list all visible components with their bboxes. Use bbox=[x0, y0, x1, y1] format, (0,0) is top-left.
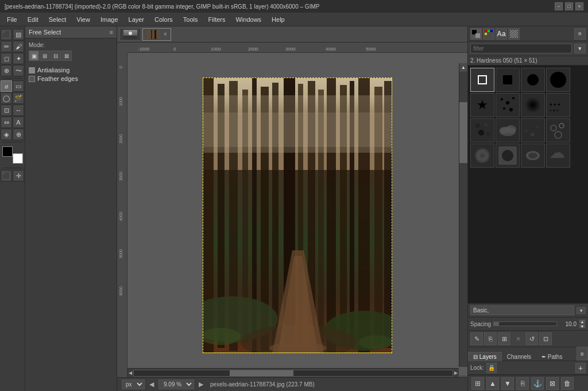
color-selector[interactable] bbox=[2, 146, 23, 164]
free-select-tool[interactable]: ⌀ bbox=[1, 80, 12, 92]
spacing-down[interactable]: ▼ bbox=[579, 324, 586, 328]
panel-menu-btn[interactable]: ≡ bbox=[574, 28, 586, 40]
menu-file[interactable]: File bbox=[2, 15, 22, 24]
layer-lower-btn[interactable]: ▼ bbox=[501, 377, 514, 390]
panel-color-icon[interactable] bbox=[470, 28, 482, 40]
brush-item-square-outline[interactable] bbox=[470, 68, 494, 92]
brush-item-texture5[interactable]: ☁ bbox=[546, 144, 570, 168]
brush-item-texture1[interactable]: ✦✦✦ ✧✦✧ bbox=[546, 93, 570, 117]
flip-tool[interactable]: ⇔ bbox=[1, 117, 12, 128]
menu-select[interactable]: Select bbox=[44, 15, 71, 24]
tool-options-menu-icon[interactable]: ≡ bbox=[110, 29, 113, 36]
brush-copy-btn[interactable]: ⊞ bbox=[498, 332, 510, 345]
brush-duplicate-btn[interactable]: ⎘ bbox=[484, 332, 497, 345]
scroll-up-arrow[interactable]: ▲ bbox=[459, 63, 467, 72]
fuzzy-select-tool[interactable]: 🪄 bbox=[13, 92, 24, 104]
background-color[interactable] bbox=[13, 153, 23, 164]
hscroll-left-arrow[interactable]: ◀ bbox=[129, 370, 132, 375]
brush-item-soft-round[interactable] bbox=[470, 144, 494, 168]
status-nav-left[interactable]: ◀ bbox=[149, 381, 154, 388]
unit-select[interactable]: px in cm bbox=[122, 380, 145, 389]
close-button[interactable]: × bbox=[575, 2, 583, 10]
feather-checkbox[interactable] bbox=[29, 76, 35, 82]
brush-grid[interactable]: ★ bbox=[468, 65, 588, 303]
menu-filters[interactable]: Filters bbox=[204, 15, 230, 24]
brush-delete-btn[interactable]: ✕ bbox=[512, 332, 524, 345]
layer-merge-btn[interactable]: ⊠ bbox=[546, 377, 559, 390]
layer-duplicate-btn[interactable]: ⎘ bbox=[516, 377, 529, 390]
brush-edit-btn[interactable]: ✎ bbox=[470, 332, 483, 345]
brush-item-texture3[interactable] bbox=[496, 144, 520, 168]
layers-panel-menu[interactable]: ≡ bbox=[577, 347, 588, 361]
menu-windows[interactable]: Windows bbox=[231, 15, 266, 24]
layer-new-btn[interactable]: ⊞ bbox=[471, 377, 484, 390]
brush-item-star[interactable]: ★ bbox=[470, 93, 494, 117]
minimize-button[interactable]: − bbox=[555, 2, 563, 10]
tab-close-2[interactable]: × bbox=[164, 31, 167, 37]
canvas-viewport[interactable]: ▲ ▼ bbox=[127, 53, 467, 377]
layer-delete-btn[interactable]: 🗑 bbox=[561, 377, 574, 390]
clone-tool[interactable]: ⊕ bbox=[1, 65, 12, 76]
eraser-tool[interactable]: ◻ bbox=[1, 53, 12, 64]
lock-pixels-btn[interactable]: 🔒 bbox=[486, 363, 497, 373]
maximize-button[interactable]: □ bbox=[565, 2, 573, 10]
menu-layer[interactable]: Layer bbox=[124, 15, 149, 24]
scroll-down-arrow[interactable]: ▼ bbox=[459, 375, 467, 377]
brush-preset-dropdown[interactable]: ▾ bbox=[577, 307, 586, 314]
brush-item-large-circle[interactable] bbox=[546, 68, 570, 92]
eyedropper-tool[interactable]: ◈ bbox=[1, 129, 12, 140]
layer-raise-btn[interactable]: ▲ bbox=[486, 377, 499, 390]
brush-settings-btn[interactable]: ⊡ bbox=[539, 332, 552, 345]
text-tool[interactable]: A bbox=[13, 117, 24, 128]
brush-filter-dropdown[interactable]: ▾ bbox=[574, 44, 586, 53]
horizontal-scrollbar[interactable]: ◀ ▶ bbox=[127, 368, 459, 377]
hscroll-track[interactable] bbox=[133, 370, 453, 377]
heal-tool[interactable]: ✦ bbox=[13, 53, 24, 64]
panel-swatch-icon[interactable] bbox=[483, 28, 494, 40]
canvas-image[interactable] bbox=[203, 78, 392, 353]
brush-filter-input[interactable] bbox=[470, 44, 572, 53]
status-nav-right[interactable]: ▶ bbox=[199, 381, 203, 388]
gradient-tool[interactable]: ▤ bbox=[13, 29, 24, 40]
scroll-thumb[interactable] bbox=[459, 102, 467, 163]
mode-replace-btn[interactable]: ▣ bbox=[29, 51, 39, 61]
panel-pattern-icon[interactable] bbox=[508, 28, 520, 40]
menu-view[interactable]: View bbox=[72, 15, 95, 24]
mode-intersect-btn[interactable]: ⊠ bbox=[61, 51, 72, 61]
menu-tools[interactable]: Tools bbox=[179, 15, 203, 24]
zoom-select[interactable]: 9.09 % 25 % 50 % 100 % bbox=[158, 380, 194, 389]
vertical-scrollbar[interactable]: ▲ ▼ bbox=[459, 63, 467, 367]
spacing-up[interactable]: ▲ bbox=[579, 319, 586, 324]
mode-subtract-btn[interactable]: ⊟ bbox=[51, 51, 61, 61]
paint-bucket-tool[interactable]: ⬛ bbox=[1, 29, 12, 40]
brush-item-bokeh[interactable] bbox=[546, 118, 570, 142]
paintbrush-tool[interactable]: 🖌 bbox=[13, 41, 24, 52]
transform-tool[interactable]: ↔ bbox=[13, 104, 24, 116]
brush-item-fuzzy[interactable] bbox=[521, 93, 545, 117]
brush-item-small-dot[interactable] bbox=[496, 68, 520, 92]
foreground-color[interactable] bbox=[2, 146, 13, 157]
hscroll-right-arrow[interactable]: ▶ bbox=[454, 370, 458, 375]
menu-colors[interactable]: Colors bbox=[150, 15, 177, 24]
ellipse-select-tool[interactable]: ◯ bbox=[1, 92, 12, 104]
mode-add-btn[interactable]: ⊞ bbox=[40, 51, 50, 61]
layer-anchor-btn[interactable]: ⚓ bbox=[531, 377, 544, 390]
brush-item-splash[interactable]: ❋ ✿ ✾ bbox=[521, 118, 545, 142]
lock-add-btn[interactable]: + bbox=[575, 363, 586, 373]
tab-layers[interactable]: ⊟ Layers bbox=[468, 352, 502, 361]
image-tab-1[interactable] bbox=[119, 28, 141, 41]
antialiasing-checkbox[interactable] bbox=[29, 67, 35, 73]
tab-paths[interactable]: ✒ Paths bbox=[536, 352, 567, 361]
crop-tool[interactable]: ⊡ bbox=[1, 104, 12, 116]
pencil-tool[interactable]: ✏ bbox=[1, 41, 12, 52]
move-tool[interactable]: ✛ bbox=[13, 170, 24, 181]
smudge-tool[interactable]: 〜 bbox=[13, 65, 24, 76]
scroll-track[interactable] bbox=[459, 72, 467, 375]
menu-image[interactable]: Image bbox=[96, 15, 123, 24]
canvas-scroll-area[interactable]: -1000 0 1000 2000 3000 4000 5000 0 1000 … bbox=[117, 42, 467, 377]
brush-item-cloud[interactable] bbox=[496, 118, 520, 142]
brush-item-texture2[interactable] bbox=[470, 118, 494, 142]
brush-item-hardness[interactable] bbox=[521, 68, 545, 92]
tab-channels[interactable]: Channels bbox=[502, 352, 536, 361]
menu-help[interactable]: Help bbox=[267, 15, 289, 24]
